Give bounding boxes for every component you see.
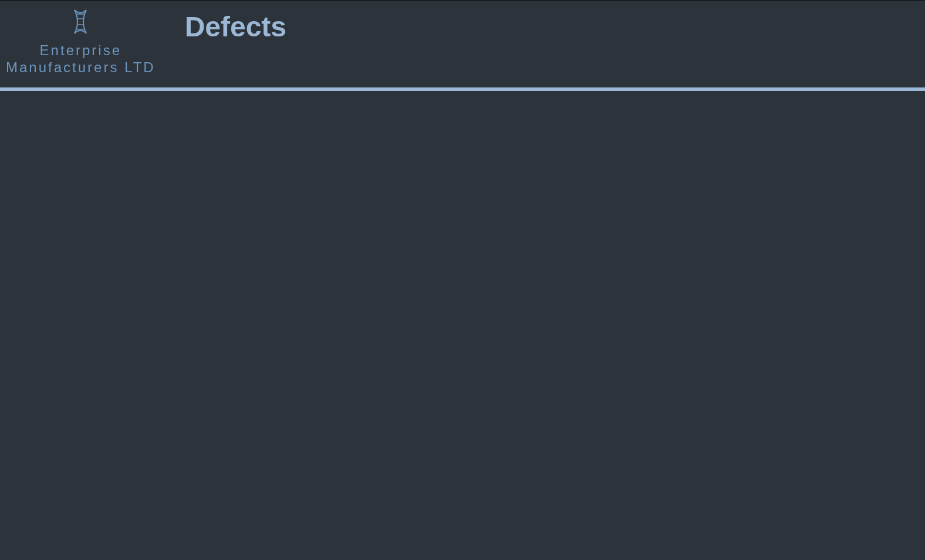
header: Enterprise Manufacturers LTD Defects: [0, 0, 925, 91]
main-content: [0, 91, 925, 556]
company-name-line1: Enterprise: [6, 42, 156, 59]
company-name: Enterprise Manufacturers LTD: [6, 42, 156, 76]
page-title: Defects: [185, 11, 286, 43]
logo-container: Enterprise Manufacturers LTD: [6, 7, 156, 76]
dna-helix-icon: [66, 7, 95, 39]
company-name-line2: Manufacturers LTD: [6, 59, 156, 76]
